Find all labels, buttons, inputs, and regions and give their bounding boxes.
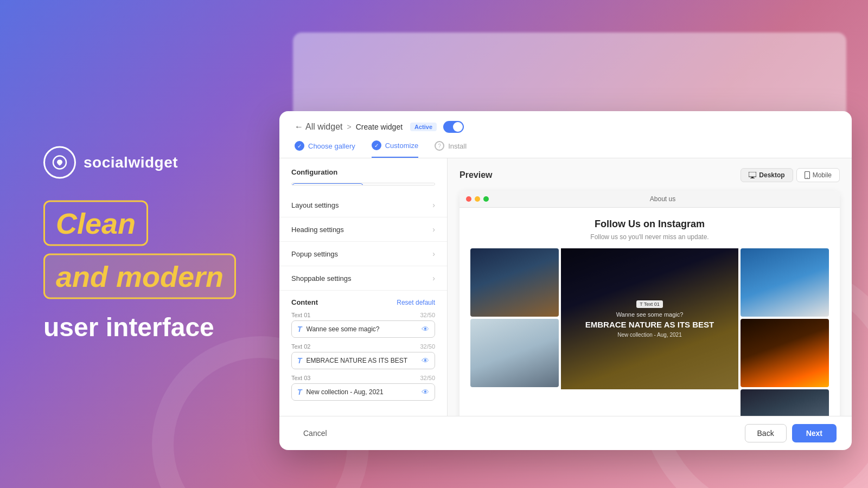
grid-col-mid: T Text 01 Wanne see some magic? EMBRACE … <box>561 248 738 416</box>
step-choose-gallery[interactable]: ✓ Choose gallery <box>295 140 355 158</box>
text02-input[interactable] <box>307 357 417 364</box>
text03-input[interactable] <box>307 388 417 396</box>
popup-chevron-icon: › <box>432 249 435 258</box>
preview-header: Preview Desktop Mobile <box>459 168 840 182</box>
browser-title: About us <box>492 195 833 203</box>
svg-rect-3 <box>750 178 755 178</box>
text01-input-row[interactable]: T 👁 <box>291 320 435 338</box>
text03-input-row[interactable]: T 👁 <box>291 383 435 401</box>
headline-clean-box: Clean <box>43 201 148 246</box>
footer-right-buttons: Back Next <box>745 424 837 442</box>
content-section: Content Reset default Text 01 32/50 T 👁 <box>279 291 447 406</box>
step-gallery-label: Choose gallery <box>308 142 355 150</box>
svg-point-5 <box>807 177 807 178</box>
shoppable-chevron-icon: › <box>432 274 435 282</box>
logo-icon <box>43 146 76 179</box>
step-circle-gallery: ✓ <box>295 141 304 151</box>
text03-label-row: Text 03 32/50 <box>291 375 435 381</box>
next-button[interactable]: Next <box>792 424 837 442</box>
cancel-button[interactable]: Cancel <box>295 425 336 442</box>
overlay-content: T Text 01 Wanne see some magic? EMBRACE … <box>561 248 738 389</box>
main-modal: ← All widget > Create widget Active ✓ Ch… <box>279 111 852 450</box>
back-button[interactable]: Back <box>745 424 787 442</box>
text03-count: 32/50 <box>420 375 435 381</box>
device-toggle-group: Desktop Mobile <box>741 168 840 182</box>
overlay-text3: New collection - Aug, 2021 <box>617 332 681 338</box>
active-badge: Active <box>410 123 437 131</box>
settings-row-heading[interactable]: Heading settings › <box>279 217 447 242</box>
text03-visibility-icon[interactable]: 👁 <box>422 388 429 396</box>
text01-input[interactable] <box>307 325 417 333</box>
preview-desktop-btn[interactable]: Desktop <box>741 168 793 182</box>
preview-card: About us Follow Us on Instagram Follow u… <box>459 191 840 416</box>
grid-col-right <box>741 248 829 416</box>
text02-type-icon: T <box>297 356 302 365</box>
step-circle-customize: ✓ <box>372 140 381 150</box>
follow-subtitle: Follow us so you'll never miss an update… <box>470 233 829 241</box>
device-tabs[interactable]: Desktop Mobile <box>291 183 435 185</box>
text02-label: Text 02 <box>291 343 310 350</box>
photo-person-van <box>741 389 829 416</box>
text01-label: Text 01 <box>291 312 310 318</box>
app-name: socialwidget <box>84 154 178 171</box>
left-panel: Configuration Desktop Mobile Layout sett… <box>279 158 448 416</box>
preview-mobile-btn[interactable]: Mobile <box>796 168 840 182</box>
content-header: Content Reset default <box>291 298 435 306</box>
headline-sub-text: user interface <box>43 312 236 342</box>
config-label: Configuration <box>279 168 447 183</box>
heading-chevron-icon: › <box>432 225 435 234</box>
browser-dot-green <box>483 196 489 202</box>
preview-mobile-label: Mobile <box>813 171 832 179</box>
photo-main-tent: T Text 01 Wanne see some magic? EMBRACE … <box>561 248 738 389</box>
svg-rect-2 <box>751 177 754 178</box>
overlay-text1: Wanne see some magic? <box>616 311 684 318</box>
back-to-all-widget[interactable]: ← All widget <box>295 122 342 132</box>
tab-desktop[interactable]: Desktop <box>292 183 363 185</box>
headline-clean-text: Clean <box>56 207 136 240</box>
reset-default-link[interactable]: Reset default <box>397 299 435 306</box>
photo-yurt <box>470 319 559 387</box>
headline-modern-text: and modern <box>56 260 224 293</box>
text02-input-row[interactable]: T 👁 <box>291 352 435 369</box>
text01-type-icon: T <box>297 325 302 333</box>
branding-section: socialwidget Clean and modern user inter… <box>43 146 236 342</box>
settings-row-popup[interactable]: Popup settings › <box>279 242 447 266</box>
text02-visibility-icon[interactable]: 👁 <box>422 356 429 365</box>
preview-content: Follow Us on Instagram Follow us so you'… <box>459 208 840 416</box>
svg-rect-1 <box>749 172 756 177</box>
layout-settings-label: Layout settings <box>291 201 339 209</box>
step-install-label: Install <box>448 142 467 150</box>
right-panel: Preview Desktop Mobile <box>448 158 852 416</box>
modal-footer: Cancel Back Next <box>279 416 852 450</box>
step-customize[interactable]: ✓ Customize <box>372 140 418 158</box>
step-install[interactable]: ? Install <box>435 140 467 158</box>
breadcrumb-separator: > <box>347 123 351 131</box>
photo-blue-jacket <box>741 248 829 317</box>
text03-group: Text 03 32/50 T 👁 <box>291 375 435 401</box>
preview-desktop-label: Desktop <box>759 171 784 179</box>
tab-mobile[interactable]: Mobile <box>363 183 435 185</box>
photo-tent-night <box>470 248 559 317</box>
text02-label-row: Text 02 32/50 <box>291 343 435 350</box>
text01-group: Text 01 32/50 T 👁 <box>291 312 435 338</box>
step-circle-install: ? <box>435 141 444 151</box>
settings-row-shoppable[interactable]: Shoppable settings › <box>279 266 447 291</box>
step-customize-label: Customize <box>385 142 418 150</box>
layout-chevron-icon: › <box>432 201 435 209</box>
active-toggle[interactable] <box>443 121 464 133</box>
browser-bar: About us <box>459 191 840 208</box>
text01-badge: T Text 01 <box>636 300 663 308</box>
settings-row-layout[interactable]: Layout settings › <box>279 193 447 217</box>
browser-dot-red <box>466 196 471 202</box>
modal-body: Configuration Desktop Mobile Layout sett… <box>279 158 852 416</box>
follow-title: Follow Us on Instagram <box>470 219 829 230</box>
wizard-steps: ✓ Choose gallery ✓ Customize ? Install <box>279 133 852 158</box>
text03-label: Text 03 <box>291 375 310 381</box>
text01-count: 32/50 <box>420 312 435 318</box>
text01-visibility-icon[interactable]: 👁 <box>422 325 429 333</box>
browser-dot-yellow <box>475 196 480 202</box>
photo-campfire <box>741 319 829 387</box>
logo-wrap: socialwidget <box>43 146 236 179</box>
overlay-text2: EMBRACE NATURE AS ITS BEST <box>585 320 714 330</box>
heading-settings-label: Heading settings <box>291 226 344 234</box>
